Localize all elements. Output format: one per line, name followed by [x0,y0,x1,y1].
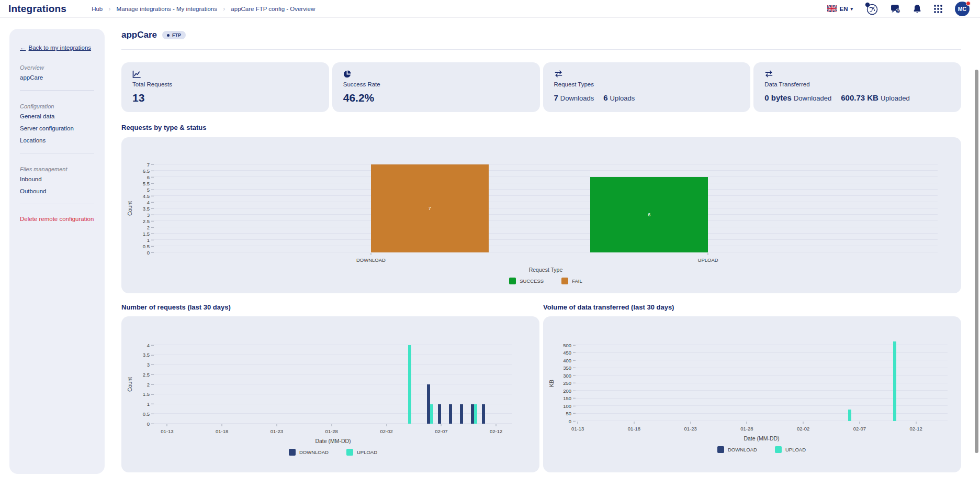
legend-label: DOWNLOAD [299,449,329,455]
main-panel: appCare FTP Total Requests13Success Rate… [121,29,961,472]
y-axis-title: Count [121,164,138,252]
page-title: appCare [121,30,157,40]
delete-remote-configuration-link[interactable]: Delete remote configuration [20,216,94,222]
y-axis: 050100150200250300350400450500 [560,345,576,421]
gridline [154,208,938,208]
y-tick-label: 5 [147,187,154,192]
sidebar-item-appcare[interactable]: appCare [20,71,94,83]
bar-02-06-upload [430,404,433,424]
y-tick-label: 0 [147,421,154,426]
y-tick-label: 7 [147,162,154,167]
chart-section-title: Volume of data transferred (last 30 days… [543,303,961,311]
sidebar-item-inbound[interactable]: Inbound [20,172,94,184]
gridline [576,383,948,383]
plot-area [154,345,512,424]
y-tick-label: 3 [147,362,154,368]
gridline [154,345,512,345]
gridline [576,375,948,375]
y-tick-label: 4.5 [143,193,154,198]
vertical-scrollbar[interactable] [975,70,978,453]
gridline [154,239,938,240]
legend-label: FAIL [572,278,582,284]
header-divider [121,49,961,50]
bar-02-10-upload [474,404,477,424]
bar-02-08-download [449,404,452,424]
legend-swatch-fail [561,278,568,284]
y-axis: 00.511.522.533.54 [138,345,154,424]
legend-item-download[interactable]: DOWNLOAD [289,449,329,456]
x-tick-label: 01-18 [216,428,228,434]
gridline [576,345,948,345]
x-tick-label: 01-13 [161,428,173,434]
stat-pair-value: 7 [554,93,558,102]
stat-card-total-requests: Total Requests13 [121,62,329,112]
gridline [576,368,948,368]
legend-label: UPLOAD [357,449,377,455]
sidebar-section-label: Configuration [20,103,94,109]
stat-value: 13 [132,92,318,104]
breadcrumb-item-hub[interactable]: Hub [92,6,103,12]
y-tick-label: 300 [563,373,576,378]
legend-swatch-upload [775,446,782,453]
x-tick-label: 02-07 [853,426,866,432]
plot-area: 76 [154,164,938,252]
x-axis: DOWNLOADUPLOAD [154,252,938,267]
gridline [576,413,948,414]
user-avatar[interactable]: MC [955,2,970,16]
sidebar-section-label: Files management [20,166,94,172]
sidebar-item-locations[interactable]: Locations [20,134,94,146]
language-selector[interactable]: EN ▾ [827,5,853,12]
gridline [154,202,938,202]
notification-dot [966,1,971,6]
help-chat-icon[interactable]: ? [891,4,901,14]
x-tick-mark [441,424,442,426]
y-tick-label: 6 [147,174,154,180]
apps-grid-icon[interactable] [933,4,943,14]
y-tick-label: 1 [147,237,154,242]
y-tick-label: 4 [147,343,154,348]
legend-item-fail[interactable]: FAIL [561,278,582,284]
stats-row: Total Requests13Success Rate46.2%Request… [121,62,961,112]
y-tick-label: 0 [147,250,154,255]
topbar-actions: EN ▾ ? MC [827,2,970,16]
sidebar-item-general-data[interactable]: General data [20,109,94,121]
x-axis-title: Date (MM-DD) [576,435,948,444]
chart-legend: SUCCESSFAIL [154,278,938,284]
gridline [154,355,512,355]
chart-area: Count00.511.522.533.5401-1301-1801-2301-… [121,316,539,456]
legend-item-success[interactable]: SUCCESS [509,278,544,284]
gridline [576,390,948,391]
y-tick-label: 100 [563,403,576,408]
top-bar: Integrations Hub›Manage integrations - M… [0,0,980,18]
notifications-bell-icon[interactable] [913,4,921,14]
y-tick-label: 0.5 [143,244,154,249]
breadcrumb-item-manage-integrations-my-integrations[interactable]: Manage integrations - My integrations [117,6,217,12]
y-axis-title: KB [543,345,560,421]
back-to-integrations-link[interactable]: ← Back to my integrations [20,45,91,51]
x-tick-mark [634,422,634,424]
gridline [154,227,938,227]
sidebar-item-server-configuration[interactable]: Server configuration [20,121,94,134]
legend-item-download[interactable]: DOWNLOAD [717,446,757,453]
line-chart-icon [132,70,318,79]
y-axis: 00.511.522.533.544.555.566.57 [138,164,154,252]
y-tick-label: 2.5 [143,218,154,224]
y-tick-label: 0 [569,418,576,424]
gridline [154,195,938,196]
transfer-icon [764,70,950,79]
y-tick-label: 1 [147,402,154,407]
gridline [154,233,938,234]
sidebar-item-outbound[interactable]: Outbound [20,184,94,196]
y-tick-label: 2.5 [143,372,154,378]
chart-section-title: Number of requests (last 30 days) [121,303,539,311]
y-tick-label: 4 [147,200,154,205]
badge-dot-icon [167,34,170,37]
protocol-badge: FTP [162,31,186,39]
chart-number-of-requests: Count00.511.522.533.5401-1301-1801-2301-… [121,316,539,472]
legend-item-upload[interactable]: UPLOAD [346,449,377,456]
bar-02-09-download [460,404,463,424]
x-tick-label: 01-23 [684,426,697,432]
y-tick-label: 50 [566,411,576,416]
assistant-icon[interactable] [865,2,878,16]
legend-item-upload[interactable]: UPLOAD [775,446,806,453]
